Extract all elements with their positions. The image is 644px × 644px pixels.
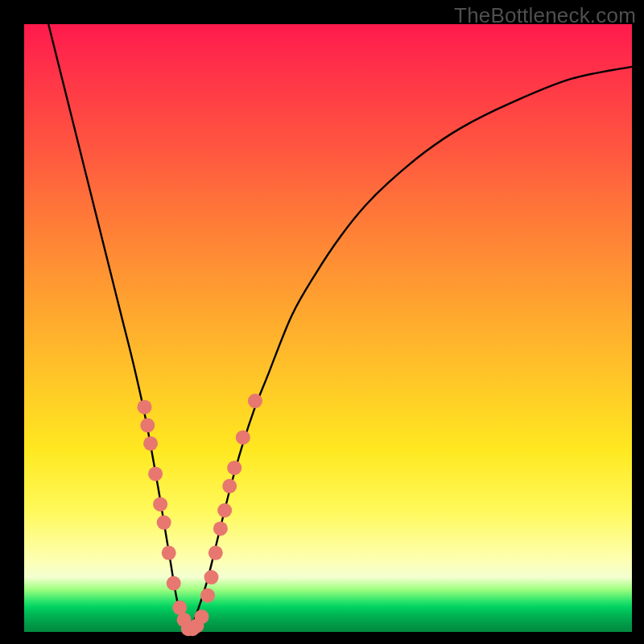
data-point bbox=[153, 497, 167, 511]
data-point bbox=[157, 515, 171, 530]
chart-svg bbox=[24, 24, 632, 632]
watermark-text: TheBottleneck.com bbox=[454, 3, 636, 28]
data-point bbox=[194, 609, 208, 624]
data-point bbox=[162, 546, 176, 560]
chart-frame: TheBottleneck.com bbox=[0, 0, 644, 644]
data-point bbox=[204, 570, 219, 584]
data-point bbox=[222, 479, 237, 493]
data-point bbox=[213, 522, 228, 536]
plot-area bbox=[24, 24, 632, 632]
markers-layer bbox=[137, 394, 262, 636]
data-point bbox=[137, 400, 151, 415]
data-point bbox=[167, 576, 181, 591]
data-point bbox=[148, 467, 163, 481]
curve-layer bbox=[48, 24, 632, 632]
data-point bbox=[217, 503, 232, 518]
data-point bbox=[140, 418, 155, 432]
data-point bbox=[200, 588, 215, 603]
data-point bbox=[236, 430, 250, 444]
data-point bbox=[143, 436, 158, 451]
bottleneck-curve bbox=[48, 24, 632, 632]
data-point bbox=[227, 460, 242, 475]
data-point bbox=[208, 546, 223, 560]
data-point bbox=[248, 394, 262, 408]
